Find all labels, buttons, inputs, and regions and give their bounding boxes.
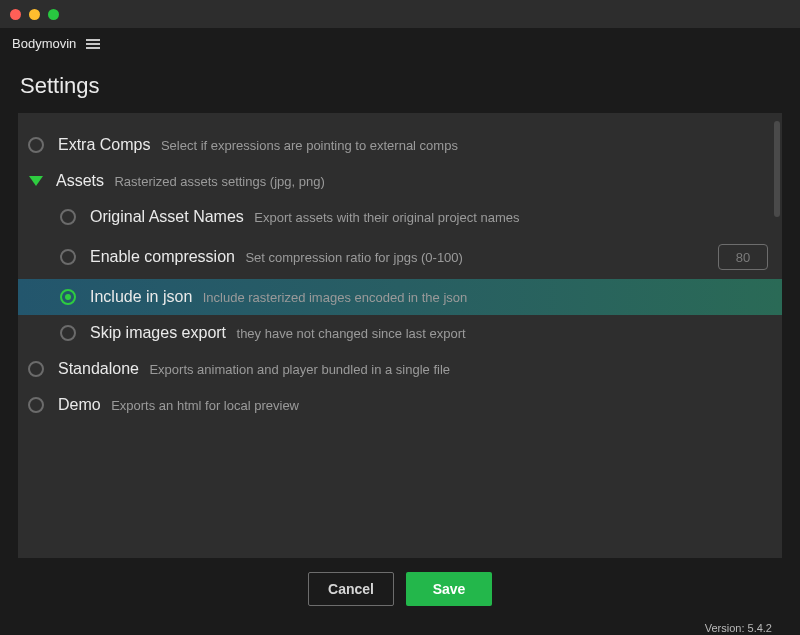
setting-row-assets[interactable]: Assets Rasterized assets settings (jpg, … — [18, 163, 782, 199]
cancel-button[interactable]: Cancel — [308, 572, 394, 606]
setting-title: Assets — [56, 172, 104, 189]
chevron-down-icon[interactable] — [29, 176, 43, 186]
window-title-bar — [0, 0, 800, 28]
setting-desc: Include rasterized images encoded in the… — [203, 290, 468, 305]
setting-desc: Exports an html for local preview — [111, 398, 299, 413]
setting-row-original-asset-names[interactable]: Original Asset Names Export assets with … — [18, 199, 782, 235]
setting-text: Skip images export they have not changed… — [90, 324, 466, 342]
radio-extra-comps[interactable] — [28, 137, 44, 153]
footer-buttons: Cancel Save — [18, 558, 782, 616]
settings-panel: Extra Comps Select if expressions are po… — [18, 113, 782, 558]
setting-title: Extra Comps — [58, 136, 150, 153]
radio-original-asset-names[interactable] — [60, 209, 76, 225]
radio-standalone[interactable] — [28, 361, 44, 377]
version-label: Version: 5.4.2 — [18, 616, 782, 634]
setting-row-demo[interactable]: Demo Exports an html for local preview — [18, 387, 782, 423]
setting-text: Original Asset Names Export assets with … — [90, 208, 519, 226]
setting-title: Original Asset Names — [90, 208, 244, 225]
radio-demo[interactable] — [28, 397, 44, 413]
setting-desc: Exports animation and player bundled in … — [149, 362, 450, 377]
setting-row-include-in-json[interactable]: Include in json Include rasterized image… — [18, 279, 782, 315]
compression-ratio-input[interactable] — [718, 244, 768, 270]
setting-row-standalone[interactable]: Standalone Exports animation and player … — [18, 351, 782, 387]
setting-row-skip-images-export[interactable]: Skip images export they have not changed… — [18, 315, 782, 351]
save-button[interactable]: Save — [406, 572, 492, 606]
setting-row-enable-compression[interactable]: Enable compression Set compression ratio… — [18, 235, 782, 279]
setting-text: Demo Exports an html for local preview — [58, 396, 299, 414]
window-maximize-button[interactable] — [48, 9, 59, 20]
radio-include-in-json[interactable] — [60, 289, 76, 305]
setting-title: Enable compression — [90, 248, 235, 265]
setting-title: Standalone — [58, 360, 139, 377]
menu-icon[interactable] — [86, 39, 100, 49]
app-header: Bodymovin — [0, 28, 800, 57]
setting-desc: Set compression ratio for jpgs (0-100) — [245, 250, 462, 265]
setting-desc: Export assets with their original projec… — [254, 210, 519, 225]
setting-title: Demo — [58, 396, 101, 413]
radio-skip-images-export[interactable] — [60, 325, 76, 341]
setting-title: Skip images export — [90, 324, 226, 341]
setting-desc: Select if expressions are pointing to ex… — [161, 138, 458, 153]
radio-enable-compression[interactable] — [60, 249, 76, 265]
setting-row-extra-comps[interactable]: Extra Comps Select if expressions are po… — [18, 127, 782, 163]
window-close-button[interactable] — [10, 9, 21, 20]
setting-text: Assets Rasterized assets settings (jpg, … — [56, 172, 325, 190]
traffic-lights — [10, 9, 59, 20]
setting-text: Extra Comps Select if expressions are po… — [58, 136, 458, 154]
setting-title: Include in json — [90, 288, 192, 305]
setting-desc: they have not changed since last export — [237, 326, 466, 341]
setting-text: Enable compression Set compression ratio… — [90, 248, 463, 266]
page-title: Settings — [18, 57, 782, 113]
setting-desc: Rasterized assets settings (jpg, png) — [114, 174, 324, 189]
app-title: Bodymovin — [12, 36, 76, 51]
window-minimize-button[interactable] — [29, 9, 40, 20]
setting-text: Include in json Include rasterized image… — [90, 288, 467, 306]
app-body: Settings Extra Comps Select if expressio… — [0, 57, 800, 634]
setting-text: Standalone Exports animation and player … — [58, 360, 450, 378]
